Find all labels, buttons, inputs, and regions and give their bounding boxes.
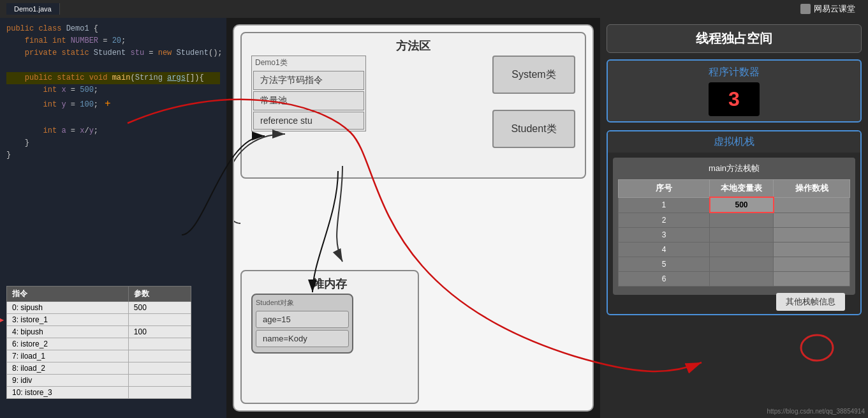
virtual-stack-title: 虚拟机栈 xyxy=(608,131,860,153)
instruction-table: 指令 参数 0: sipush500▶3: istore_14: bipush1… xyxy=(6,286,191,399)
heap-area: 堆内存 Student对象 age=15 name=Kody xyxy=(240,270,419,404)
code-line-6: int x = 500; xyxy=(6,84,220,96)
student-class-label: Student类 xyxy=(511,123,556,136)
frame-row: 6 xyxy=(619,271,850,286)
pc-register-value: 3 xyxy=(709,82,760,116)
frame-op-stack-cell xyxy=(774,227,850,242)
instruction-cell: 8: iload_2 xyxy=(7,362,129,375)
instruction-param-cell: 500 xyxy=(128,302,191,314)
thread-panel: 线程独占空间 程序计数器 3 虚拟机栈 main方法栈帧 序号 本地变量表 操作… xyxy=(600,18,868,418)
frame-seq-cell: 6 xyxy=(619,271,710,286)
code-line-1: public class Demo1 { xyxy=(6,23,220,35)
main-content: public class Demo1 { final int NUMBER = … xyxy=(0,18,868,418)
logo-icon xyxy=(800,4,811,14)
instruction-row: 8: iload_2 xyxy=(7,362,191,375)
instruction-row: 7: iload_1 xyxy=(7,350,191,362)
frame-row: 3 xyxy=(619,227,850,242)
instruction-table-wrapper: 指令 参数 0: sipush500▶3: istore_14: bipush1… xyxy=(6,286,191,399)
instruction-cell: 4: bipush xyxy=(7,326,129,338)
student-object-box: Student对象 age=15 name=Kody xyxy=(251,294,353,354)
other-frames-button[interactable]: 其他栈帧信息 xyxy=(776,293,845,311)
instruction-param-cell xyxy=(128,350,191,362)
svg-point-2 xyxy=(801,335,833,361)
code-tab-demo1[interactable]: Demo1.java xyxy=(6,3,60,15)
code-line-2: final int NUMBER = 20; xyxy=(6,35,220,47)
student-field-age: age=15 xyxy=(256,311,349,328)
circle-annotation xyxy=(798,329,836,367)
frame-op-stack-cell xyxy=(774,242,850,257)
method-area-title: 方法区 xyxy=(242,33,585,59)
logo-text: 网易云课堂 xyxy=(814,3,855,15)
instruction-row: 6: istore_2 xyxy=(7,338,191,350)
frame-seq-cell: 5 xyxy=(619,257,710,271)
code-panel: public class Demo1 { final int NUMBER = … xyxy=(0,18,226,418)
code-line-4 xyxy=(6,60,220,72)
frame-local-var-cell: 500 xyxy=(710,197,774,213)
demo1-item-1: 方法字节码指令 xyxy=(253,71,364,90)
frame-local-var-cell xyxy=(710,242,774,257)
code-line-8 xyxy=(6,113,220,125)
code-line-10: } xyxy=(6,137,220,149)
instruction-row: 4: bipush100 xyxy=(7,326,191,338)
instruction-cell: ▶3: istore_1 xyxy=(7,314,129,326)
instruction-cell: 7: iload_1 xyxy=(7,350,129,362)
frame-local-var-cell xyxy=(710,213,774,227)
frame-col-op: 操作数栈 xyxy=(774,180,850,198)
frame-table: 序号 本地变量表 操作数栈 150023456 xyxy=(618,179,850,287)
frame-op-stack-cell xyxy=(774,271,850,286)
instruction-row: ▶3: istore_1 xyxy=(7,314,191,326)
pc-register-box: 程序计数器 3 xyxy=(607,59,862,123)
frame-seq-cell: 2 xyxy=(619,213,710,227)
frame-seq-cell: 3 xyxy=(619,227,710,242)
frame-row: 2 xyxy=(619,213,850,227)
student-obj-label: Student对象 xyxy=(256,298,349,308)
frame-col-local: 本地变量表 xyxy=(710,180,774,198)
code-line-3: private static Student stu = new Student… xyxy=(6,47,220,59)
instruction-param-cell xyxy=(128,387,191,399)
system-class-label: System类 xyxy=(511,68,555,82)
frame-local-var-cell xyxy=(710,227,774,242)
instruction-cell: 6: istore_2 xyxy=(7,338,129,350)
instruction-param-cell: 100 xyxy=(128,326,191,338)
pc-register-label: 程序计数器 xyxy=(613,66,855,79)
student-field-name: name=Kody xyxy=(256,330,349,347)
instruction-param-cell xyxy=(128,314,191,326)
frame-row: 1500 xyxy=(619,197,850,213)
system-class-box: System类 xyxy=(492,56,575,94)
frame-seq-cell: 4 xyxy=(619,242,710,257)
instruction-param-cell xyxy=(128,375,191,387)
logo-area: 网易云课堂 xyxy=(800,3,855,15)
instruction-row: 10: istore_3 xyxy=(7,387,191,399)
frame-op-stack-cell xyxy=(774,257,850,271)
frame-local-var-cell xyxy=(710,271,774,286)
instruction-row: 0: sipush500 xyxy=(7,302,191,314)
frame-col-seq: 序号 xyxy=(619,180,710,198)
code-line-9: int a = x/y; xyxy=(6,125,220,137)
instruction-row: 9: idiv xyxy=(7,375,191,387)
code-content: public class Demo1 { final int NUMBER = … xyxy=(0,18,226,167)
instr-col-header: 指令 xyxy=(7,287,129,302)
frame-row: 4 xyxy=(619,242,850,257)
code-line-7: int y = 100;+ xyxy=(6,96,220,113)
virtual-stack-box: 虚拟机栈 main方法栈帧 序号 本地变量表 操作数栈 150023456 xyxy=(607,130,862,315)
instruction-cell: 10: istore_3 xyxy=(7,387,129,399)
instruction-cell: 0: sipush xyxy=(7,302,129,314)
demo1-item-3: reference stu xyxy=(253,112,364,130)
demo1-class-label: Demo1类 xyxy=(252,56,365,70)
instruction-param-cell xyxy=(128,362,191,375)
instruction-param-cell xyxy=(128,338,191,350)
active-arrow-icon: ▶ xyxy=(0,315,4,324)
demo1-item-2: 常量池 xyxy=(253,91,364,110)
code-line-11: } xyxy=(6,149,220,161)
method-area: 方法区 Demo1类 方法字节码指令 常量池 reference stu Sys… xyxy=(240,32,586,179)
instruction-cell: 9: idiv xyxy=(7,375,129,387)
param-col-header: 参数 xyxy=(128,287,191,302)
main-frame-title: main方法栈帧 xyxy=(618,163,850,174)
frame-op-stack-cell xyxy=(774,197,850,213)
diagram-panel: 方法区 Demo1类 方法字节码指令 常量池 reference stu Sys… xyxy=(233,24,594,412)
thread-title: 线程独占空间 xyxy=(607,24,862,53)
watermark: https://blog.csdn.net/qq_38854914 xyxy=(767,408,865,415)
frame-op-stack-cell xyxy=(774,213,850,227)
main-frame-box: main方法栈帧 序号 本地变量表 操作数栈 150023456 其他栈帧信息 xyxy=(613,158,855,295)
frame-row: 5 xyxy=(619,257,850,271)
